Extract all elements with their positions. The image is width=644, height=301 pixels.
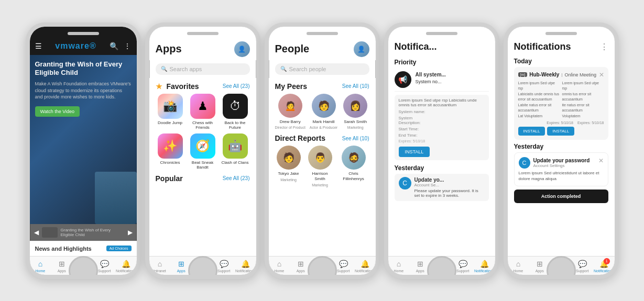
people5-nav-icon: 👤 xyxy=(556,260,565,268)
reports-see-all[interactable]: See All (10) xyxy=(342,136,369,141)
sysname-value xyxy=(433,109,485,114)
person-sarah[interactable]: 👩 Sarah Smith Marketing xyxy=(342,94,369,130)
install-btn-1[interactable]: INSTALL xyxy=(518,127,545,136)
apps-nav-icon: ⊞ xyxy=(59,260,65,268)
hub-content-rows: Lorem ipsum Sed utpe rsp Labiciatis unde… xyxy=(518,81,604,119)
yesterday5-label: Yesterday xyxy=(514,143,608,150)
app-chess[interactable]: ♟ Chess with Friends xyxy=(188,94,217,130)
support5-nav-label: Support xyxy=(576,269,589,273)
search-icon[interactable]: 🔍 xyxy=(110,42,118,50)
notif5-menu-icon[interactable]: ⋮ xyxy=(600,42,608,52)
nav-people5[interactable]: 👤 People xyxy=(550,259,572,274)
person-drew[interactable]: 🙍 Drew Barry Director of Product xyxy=(275,94,305,130)
nav-people[interactable]: 👤 People xyxy=(72,259,94,274)
notif5-content: Today [m] Hub-Weekly | Online Meeting ✕ xyxy=(508,55,615,256)
expires1: Expires: 5/10/18 xyxy=(547,121,573,125)
update-password-card: C Update your password Account Settings … xyxy=(514,152,608,186)
popular-see-all[interactable]: See All (23) xyxy=(223,175,250,181)
nav-support5[interactable]: 💬 Support xyxy=(572,259,593,274)
nav-support[interactable]: 💬 Support xyxy=(94,259,115,274)
person-chris[interactable]: 🧔 Chris Fillinhenrys xyxy=(338,146,369,187)
nav-home[interactable]: ⌂ Home xyxy=(30,259,51,274)
nav-home5[interactable]: ⌂ Home xyxy=(508,259,529,274)
nav-support4[interactable]: 💬 Support xyxy=(452,259,474,274)
user-avatar[interactable]: 👤 xyxy=(234,41,250,57)
nav-apps[interactable]: ⊞ Apps xyxy=(51,259,72,274)
priority-notif-subtitle: System no... xyxy=(416,79,446,85)
harrison-name: Harrison Smith xyxy=(307,171,334,181)
app-beat-sneak[interactable]: 🧭 Beat Sneak Bandit xyxy=(188,133,217,170)
install-btn-2[interactable]: INSTALL xyxy=(547,127,574,136)
nav-people4[interactable]: 👤 People xyxy=(431,259,452,274)
app-clash[interactable]: 🤖 Clash of Clans xyxy=(221,133,250,170)
nav-people-active[interactable]: 👤 People xyxy=(311,259,333,274)
carousel-nav: ◀ Granting the Wish of Every Eligible Ch… xyxy=(30,224,137,241)
nav-notif3[interactable]: 🔔 Notifications xyxy=(354,259,376,274)
app-doodle-jump[interactable]: 📸 Doodle Jump xyxy=(156,94,185,130)
apps-search-bar[interactable]: 🔍 Search apps xyxy=(156,63,250,75)
phone5-header: Notifications ⋮ xyxy=(508,27,615,55)
support-nav-label: Support xyxy=(98,269,111,273)
menu-icon[interactable]: ☰ xyxy=(35,42,42,50)
notif-partial-title: Notifica... xyxy=(395,41,437,52)
sarah-avatar: 👩 xyxy=(343,94,367,118)
next-arrow[interactable]: ▶ xyxy=(128,229,133,236)
notif5-active-icon: 🔔 1 xyxy=(599,260,608,268)
nav-apps4[interactable]: ⊞ Apps xyxy=(409,259,431,274)
priority-label: Priority xyxy=(395,59,489,66)
hero-description: Make A Wish Foundation embraces VMware's… xyxy=(35,81,132,101)
intranet-nav-label: Intranet xyxy=(154,269,166,273)
expires-row: Expires: 5/10/18 Expires: 5/10/18 xyxy=(518,121,604,125)
nav-apps3[interactable]: ⊞ Apps xyxy=(290,259,311,274)
apps-title: Apps xyxy=(156,43,182,55)
search-icon: 🔍 xyxy=(161,66,167,72)
ad-choices-button[interactable]: Ad Choices xyxy=(106,246,132,251)
sarah-name: Sarah Smith xyxy=(344,119,367,125)
priority-notif-title: All system... xyxy=(416,71,446,79)
nav-support3[interactable]: 💬 Support xyxy=(333,259,354,274)
support4-nav-icon: 💬 xyxy=(459,260,467,268)
person-tokyo[interactable]: 🧑 Tokyo Jake Marketing xyxy=(275,146,302,187)
nav-notifications[interactable]: 🔔 Notifications xyxy=(115,259,137,274)
clash-icon: 🤖 xyxy=(223,133,248,159)
nav-notif5-active[interactable]: 🔔 1 Notifications xyxy=(593,259,615,274)
nav-intranet[interactable]: ⌂ Intranet xyxy=(149,259,171,274)
nav-notif4-active[interactable]: 🔔 Notifications xyxy=(474,259,495,274)
prev-arrow[interactable]: ◀ xyxy=(34,229,39,236)
notif5-active-label: Notifications xyxy=(594,269,614,273)
peers-see-all[interactable]: See All (10) xyxy=(342,83,369,89)
nav-people2[interactable]: 👤 People xyxy=(192,259,213,274)
nav-apps-active[interactable]: ⊞ Apps xyxy=(170,259,192,274)
hero-section: Granting the Wish of Every Eligible Chil… xyxy=(30,55,137,224)
support3-nav-label: Support xyxy=(337,269,350,273)
notif5-title: Notifications xyxy=(514,41,571,52)
watch-video-button[interactable]: Watch the Video xyxy=(35,106,80,117)
nav-notif2[interactable]: 🔔 Notifications xyxy=(235,259,256,274)
apps5-nav-icon: ⊞ xyxy=(537,260,543,268)
nav-home4[interactable]: ⌂ Home xyxy=(388,259,410,274)
nav-support2[interactable]: 💬 Support xyxy=(213,259,235,274)
apps5-nav-label: Apps xyxy=(536,269,544,273)
support-nav-icon: 💬 xyxy=(100,260,109,268)
nav-home3[interactable]: ⌂ Home xyxy=(269,259,290,274)
nav-apps5[interactable]: ⊞ Apps xyxy=(529,259,550,274)
app-back-to-future[interactable]: ⏱ Back to the Future xyxy=(221,94,250,130)
person-harrison[interactable]: 👨 Harrison Smith Marketing xyxy=(307,146,334,187)
system-notif-icon: 📢 xyxy=(395,71,411,88)
person-mark[interactable]: 🧑 Mark Hamill Actor & Producer xyxy=(310,94,337,130)
notif-nav-label: Notifications xyxy=(116,269,136,273)
phone-notif-partial: Notifica... Priority 📢 All system... Sys… xyxy=(384,23,499,279)
hub-weekly-close[interactable]: ✕ xyxy=(599,71,604,79)
update-pwd-close[interactable]: ✕ xyxy=(598,157,604,164)
update-notif: C Update yo... Account Se... Please upda… xyxy=(395,174,489,201)
home4-nav-icon: ⌂ xyxy=(397,260,401,268)
update-pwd-title: Update your password xyxy=(533,158,590,163)
favorites-see-all[interactable]: See All (23) xyxy=(223,83,250,89)
install-button[interactable]: INSTALL xyxy=(399,147,430,157)
popular-title: Popular xyxy=(156,174,183,183)
more-icon[interactable]: ⋮ xyxy=(124,42,131,50)
people-search-bar[interactable]: 🔍 Search people xyxy=(275,63,369,75)
app-chronicles[interactable]: ✨ Chronicles xyxy=(156,133,185,170)
hub-weekly-title: Hub-Weekly xyxy=(529,72,559,77)
user-avatar-people[interactable]: 👤 xyxy=(354,41,369,57)
